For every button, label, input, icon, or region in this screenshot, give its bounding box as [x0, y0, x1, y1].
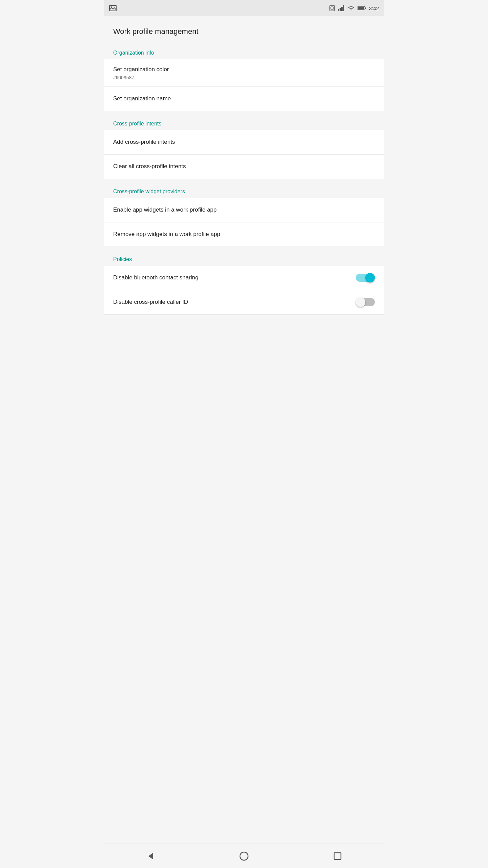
image-icon	[109, 5, 117, 11]
status-bar-left	[109, 5, 119, 11]
battery-icon	[358, 6, 366, 11]
section-header-org-info-text: Organization info	[113, 50, 154, 56]
status-bar-right: 3:42	[329, 5, 379, 11]
list-item-org-name-title: Set organization name	[113, 95, 375, 103]
page-title-container: Work profile management	[104, 16, 384, 43]
list-item-clear-cross-title: Clear all cross-profile intents	[113, 162, 375, 171]
sim-icon	[329, 5, 335, 11]
toggle-caller-id[interactable]	[356, 297, 375, 307]
list-item-enable-widgets[interactable]: Enable app widgets in a work profile app	[104, 198, 384, 222]
list-item-disable-bluetooth[interactable]: Disable bluetooth contact sharing	[104, 266, 384, 290]
svg-rect-7	[343, 5, 344, 11]
toggle-bluetooth-thumb	[365, 273, 375, 282]
wifi-icon	[347, 5, 355, 11]
list-item-add-cross-title: Add cross-profile intents	[113, 138, 375, 146]
section-header-cross-intents: Cross-profile intents	[104, 114, 384, 130]
main-content: Work profile management Organization inf…	[104, 16, 384, 315]
section-header-policies: Policies	[104, 250, 384, 266]
spacer-1	[104, 111, 384, 114]
section-policies: Policies Disable bluetooth contact shari…	[104, 250, 384, 315]
signal-icon	[338, 5, 345, 11]
svg-rect-5	[340, 8, 341, 11]
spacer-3	[104, 247, 384, 250]
svg-rect-9	[365, 7, 366, 9]
spacer-2	[104, 179, 384, 182]
list-item-clear-cross-profile[interactable]: Clear all cross-profile intents	[104, 155, 384, 179]
section-header-widget-text: Cross-profile widget providers	[113, 189, 185, 194]
list-item-enable-widgets-content: Enable app widgets in a work profile app	[113, 206, 375, 214]
svg-rect-3	[331, 7, 333, 9]
svg-rect-10	[358, 7, 364, 9]
status-time: 3:42	[369, 5, 379, 11]
page-title: Work profile management	[113, 27, 199, 36]
list-item-remove-widgets-title: Remove app widgets in a work profile app	[113, 230, 375, 238]
section-cross-profile-widget: Cross-profile widget providers Enable ap…	[104, 182, 384, 247]
svg-rect-4	[338, 9, 339, 11]
list-item-disable-caller-id[interactable]: Disable cross-profile caller ID	[104, 290, 384, 315]
section-header-policies-text: Policies	[113, 256, 132, 262]
list-item-org-color-title: Set organization color	[113, 65, 375, 74]
section-organization-info: Organization info Set organization color…	[104, 43, 384, 111]
list-item-caller-id-content: Disable cross-profile caller ID	[113, 298, 356, 306]
status-bar: 3:42	[104, 0, 384, 16]
list-item-add-cross-profile[interactable]: Add cross-profile intents	[104, 130, 384, 155]
list-item-org-color-content: Set organization color #ff009587	[113, 65, 375, 80]
svg-rect-6	[341, 7, 343, 11]
list-item-enable-widgets-title: Enable app widgets in a work profile app	[113, 206, 375, 214]
list-item-set-org-color[interactable]: Set organization color #ff009587	[104, 59, 384, 87]
list-item-caller-id-title: Disable cross-profile caller ID	[113, 298, 356, 306]
list-item-bluetooth-title: Disable bluetooth contact sharing	[113, 274, 356, 282]
section-header-org-info: Organization info	[104, 43, 384, 59]
list-item-bluetooth-content: Disable bluetooth contact sharing	[113, 274, 356, 282]
list-item-remove-widgets-content: Remove app widgets in a work profile app	[113, 230, 375, 238]
list-item-org-color-subtitle: #ff009587	[113, 75, 375, 80]
list-item-add-cross-content: Add cross-profile intents	[113, 138, 375, 146]
list-item-org-name-content: Set organization name	[113, 95, 375, 103]
list-item-set-org-name[interactable]: Set organization name	[104, 87, 384, 111]
section-header-widget: Cross-profile widget providers	[104, 182, 384, 198]
section-header-cross-intents-text: Cross-profile intents	[113, 121, 161, 126]
toggle-bluetooth[interactable]	[356, 273, 375, 283]
svg-rect-2	[330, 5, 334, 11]
list-item-clear-cross-content: Clear all cross-profile intents	[113, 162, 375, 171]
list-item-remove-widgets[interactable]: Remove app widgets in a work profile app	[104, 222, 384, 247]
section-cross-profile-intents: Cross-profile intents Add cross-profile …	[104, 114, 384, 179]
